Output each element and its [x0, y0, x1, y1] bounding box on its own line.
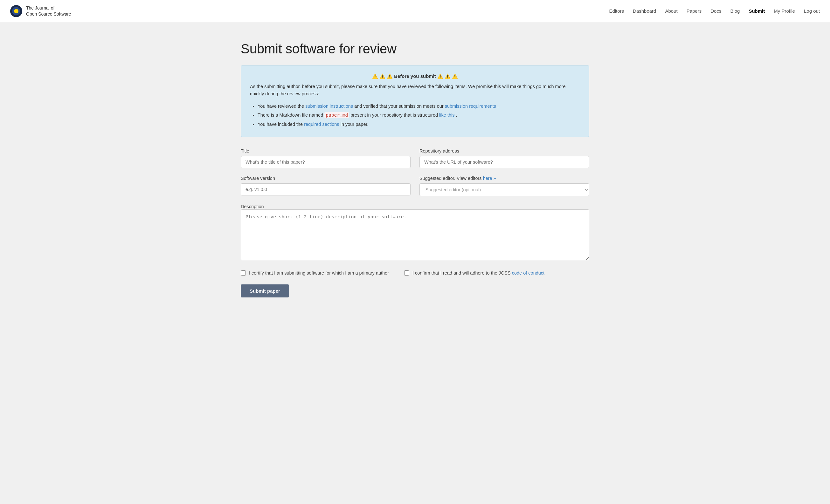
- editor-select[interactable]: Suggested editor (optional): [419, 183, 589, 196]
- nav-item-myprofile[interactable]: My Profile: [774, 8, 795, 14]
- nav-link-logout[interactable]: Log out: [804, 8, 820, 14]
- conduct-text: I confirm that I read and will adhere to…: [412, 270, 544, 275]
- page-title: Submit software for review: [241, 41, 589, 57]
- svg-point-2: [14, 9, 19, 13]
- repo-label: Repository address: [419, 148, 589, 154]
- submit-form: Title Repository address Software versio…: [241, 148, 589, 297]
- title-label: Title: [241, 148, 411, 154]
- nav-link-about[interactable]: About: [665, 8, 677, 14]
- nav-item-dashboard[interactable]: Dashboard: [633, 8, 656, 14]
- nav-item-papers[interactable]: Papers: [687, 8, 702, 14]
- brand-name-line2: Open Source Software: [26, 11, 71, 16]
- form-row-1: Title Repository address: [241, 148, 589, 168]
- description-textarea[interactable]: [241, 209, 589, 260]
- nav-item-blog[interactable]: Blog: [730, 8, 740, 14]
- submission-instructions-link[interactable]: submission instructions: [305, 104, 353, 109]
- brand-logo[interactable]: The Journal of Open Source Software: [10, 5, 71, 17]
- editors-here-link[interactable]: here »: [483, 176, 496, 181]
- nav-item-submit[interactable]: Submit: [748, 8, 765, 14]
- svg-rect-6: [20, 10, 22, 11]
- editor-label: Suggested editor. View editors here »: [419, 176, 589, 181]
- version-input[interactable]: [241, 183, 411, 195]
- submit-paper-button[interactable]: Submit paper: [241, 284, 289, 297]
- nav-link-editors[interactable]: Editors: [609, 8, 624, 14]
- brand-name-line1: The Journal of: [26, 5, 55, 10]
- nav-link-submit[interactable]: Submit: [748, 8, 765, 14]
- svg-rect-3: [16, 6, 17, 7]
- alert-list: You have reviewed the submission instruc…: [250, 102, 580, 128]
- conduct-checkbox-label[interactable]: I confirm that I read and will adhere to…: [404, 270, 544, 275]
- alert-item-3: You have included the required sections …: [258, 120, 580, 128]
- submission-requirements-link[interactable]: submission requirements: [445, 104, 496, 109]
- certify-text: I certify that I am submitting software …: [249, 270, 389, 275]
- joss-logo-icon: [10, 5, 22, 17]
- code-of-conduct-link[interactable]: code of conduct: [512, 270, 544, 275]
- alert-intro: As the submitting author, before you sub…: [250, 83, 580, 98]
- nav-link-myprofile[interactable]: My Profile: [774, 8, 795, 14]
- alert-item-2: There is a Markdown file named paper.md …: [258, 111, 580, 119]
- navbar: The Journal of Open Source Software Edit…: [0, 0, 830, 22]
- certify-checkbox-label[interactable]: I certify that I am submitting software …: [241, 270, 389, 275]
- svg-rect-5: [11, 10, 12, 11]
- nav-link-papers[interactable]: Papers: [687, 8, 702, 14]
- version-label: Software version: [241, 176, 411, 181]
- nav-item-docs[interactable]: Docs: [710, 8, 721, 14]
- form-row-2: Software version Suggested editor. View …: [241, 176, 589, 196]
- nav-item-about[interactable]: About: [665, 8, 677, 14]
- alert-box: ⚠️ ⚠️ ⚠️ Before you submit ⚠️ ⚠️ ⚠️ As t…: [241, 65, 589, 137]
- nav-link-blog[interactable]: Blog: [730, 8, 740, 14]
- editor-group: Suggested editor. View editors here » Su…: [419, 176, 589, 196]
- nav-item-editors[interactable]: Editors: [609, 8, 624, 14]
- conduct-checkbox[interactable]: [404, 270, 409, 275]
- nav-links: Editors Dashboard About Papers Docs Blog…: [609, 8, 820, 14]
- repo-group: Repository address: [419, 148, 589, 168]
- description-label: Description: [241, 204, 264, 209]
- nav-link-docs[interactable]: Docs: [710, 8, 721, 14]
- repo-input[interactable]: [419, 156, 589, 168]
- description-group: Description: [241, 204, 589, 262]
- version-group: Software version: [241, 176, 411, 196]
- alert-item-1: You have reviewed the submission instruc…: [258, 102, 580, 110]
- like-this-link[interactable]: like this: [439, 112, 454, 117]
- certify-checkbox[interactable]: [241, 270, 246, 275]
- alert-title: ⚠️ ⚠️ ⚠️ Before you submit ⚠️ ⚠️ ⚠️: [250, 73, 580, 79]
- title-input[interactable]: [241, 156, 411, 168]
- main-content: Submit software for review ⚠️ ⚠️ ⚠️ Befo…: [230, 22, 600, 323]
- checkbox-row: I certify that I am submitting software …: [241, 270, 589, 275]
- paper-md-code: paper.md: [324, 112, 349, 118]
- nav-item-logout[interactable]: Log out: [804, 8, 820, 14]
- svg-rect-4: [16, 15, 17, 16]
- nav-link-dashboard[interactable]: Dashboard: [633, 8, 656, 14]
- required-sections-link[interactable]: required sections: [304, 122, 339, 127]
- title-group: Title: [241, 148, 411, 168]
